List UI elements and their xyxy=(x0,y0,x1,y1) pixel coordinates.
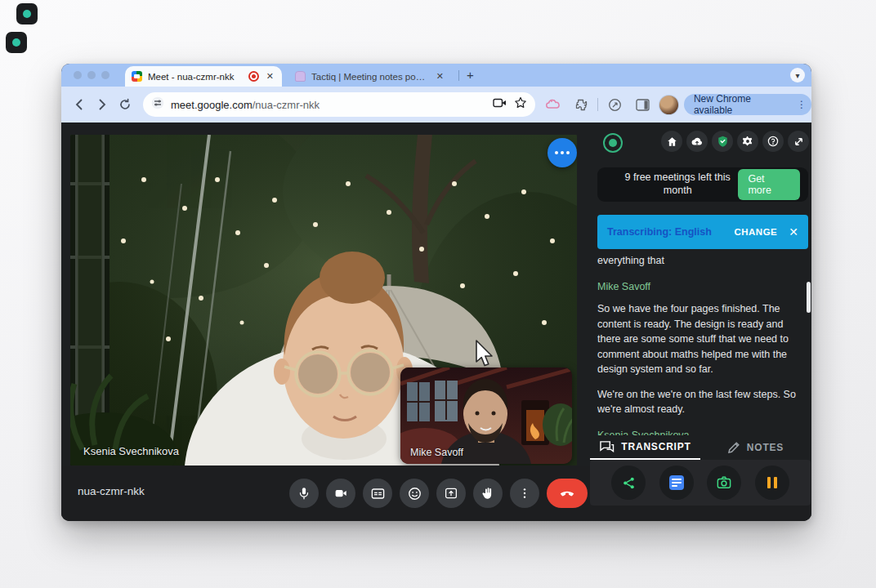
main-video-tile[interactable]: Ksenia Svechnikova xyxy=(70,135,577,466)
tab-camera-in-use-icon[interactable] xyxy=(493,97,507,112)
window-minimize-button[interactable] xyxy=(87,71,96,79)
sidebar-tabs: TRANSCRIPT NOTES xyxy=(590,435,811,460)
tactiq-sidebar: 9 free meetings left this month Get more… xyxy=(590,131,811,505)
dot-icon xyxy=(566,151,570,154)
help-button[interactable] xyxy=(762,131,784,152)
captions-button[interactable] xyxy=(363,479,392,508)
transcript-panel[interactable]: everything that Mike Savoff So we have t… xyxy=(597,253,808,435)
get-more-button[interactable]: Get more xyxy=(738,169,800,200)
settings-gear-button[interactable] xyxy=(737,131,758,152)
tab-tactiq[interactable]: Tactiq | Meeting notes power ✕ xyxy=(288,66,452,87)
tactiq-logo-icon xyxy=(603,133,623,153)
toolbar-separator xyxy=(597,98,598,111)
present-screen-button[interactable] xyxy=(436,479,466,508)
tab-strip: Meet - nua-czmr-nkk ✕ Tactiq | Meeting n… xyxy=(61,64,811,87)
chrome-update-button[interactable]: New Chrome available ⋮ xyxy=(684,94,811,115)
pencil-icon xyxy=(727,441,740,454)
reactions-button[interactable] xyxy=(400,479,429,508)
chat-icon xyxy=(599,440,615,453)
meet-page: Ksenia Svechnikova xyxy=(61,122,811,521)
extensions-puzzle-icon[interactable] xyxy=(570,93,592,116)
more-options-button[interactable] xyxy=(510,479,539,508)
transcript-text: We're on the we're on the last few steps… xyxy=(597,387,808,417)
tab-close-icon[interactable]: ✕ xyxy=(265,71,275,82)
transcript-text: everything that xyxy=(597,253,808,269)
pause-transcription-button[interactable] xyxy=(755,466,789,500)
tab-separator xyxy=(458,70,459,81)
quota-text: 9 free meetings left this month xyxy=(617,172,738,197)
quota-card: 9 free meetings left this month Get more xyxy=(597,167,808,202)
tab-meet[interactable]: Meet - nua-czmr-nkk ✕ xyxy=(125,66,282,87)
dot-icon xyxy=(555,151,558,154)
journeys-icon[interactable] xyxy=(603,93,626,116)
recorder-dot-icon xyxy=(23,10,31,18)
transcript-speaker: Mike Savoff xyxy=(597,279,808,295)
tab-title: Meet - nua-czmr-nkk xyxy=(148,72,243,82)
tactiq-header-actions xyxy=(661,131,809,152)
tab-search-chevron-icon[interactable]: ▾ xyxy=(790,68,805,82)
pip-video-tile[interactable]: Mike Savoff xyxy=(400,368,572,464)
tactiq-header xyxy=(590,131,811,155)
chat-notification-bubble[interactable] xyxy=(548,138,577,167)
site-settings-icon[interactable] xyxy=(151,96,164,113)
browser-menu-icon[interactable]: ⋮ xyxy=(797,100,807,109)
transcript-scrollbar[interactable] xyxy=(807,282,811,313)
tab-notes[interactable]: NOTES xyxy=(700,435,811,460)
url-bar[interactable]: meet.google.com/nua-czmr-nkk xyxy=(143,92,535,117)
dot-icon xyxy=(561,151,564,154)
share-button[interactable] xyxy=(611,466,646,500)
browser-toolbar: meet.google.com/nua-czmr-nkk xyxy=(61,87,811,122)
screenshot-button[interactable] xyxy=(707,466,741,500)
recording-indicator-icon xyxy=(248,71,259,82)
reload-button[interactable] xyxy=(114,93,136,116)
transcript-text: So we have the four pages finished. The … xyxy=(597,301,808,377)
raise-hand-button[interactable] xyxy=(473,479,503,508)
sidebar-action-bar xyxy=(590,460,811,506)
window-zoom-button[interactable] xyxy=(101,71,110,79)
camera-button[interactable] xyxy=(326,479,355,508)
transcribing-status-label: Transcribing: English xyxy=(607,226,712,238)
forward-button[interactable] xyxy=(91,93,114,116)
transcribing-banner: Transcribing: English CHANGE ✕ xyxy=(597,215,808,249)
change-language-button[interactable]: CHANGE xyxy=(734,227,777,237)
toolbar-actions: New Chrome available ⋮ xyxy=(542,87,811,122)
pink-extension-icon[interactable] xyxy=(542,93,565,116)
export-to-docs-button[interactable] xyxy=(659,466,694,500)
tab-title: Tactiq | Meeting notes power xyxy=(311,72,429,82)
new-tab-button[interactable]: + xyxy=(467,68,474,82)
tab-close-icon[interactable]: ✕ xyxy=(435,71,445,82)
share-icon xyxy=(622,476,636,490)
recorder-chip-secondary[interactable] xyxy=(6,32,27,53)
popout-button[interactable] xyxy=(788,131,809,152)
window-close-button[interactable] xyxy=(74,71,82,79)
upload-cloud-button[interactable] xyxy=(686,131,708,152)
tactiq-favicon-icon xyxy=(295,71,306,82)
meet-favicon-icon xyxy=(132,71,142,82)
home-button[interactable] xyxy=(661,131,682,152)
privacy-shield-button[interactable] xyxy=(712,131,733,152)
google-docs-icon xyxy=(669,475,684,490)
bookmark-star-icon[interactable] xyxy=(514,96,527,113)
banner-close-icon[interactable]: ✕ xyxy=(789,225,798,238)
recorder-dot-icon xyxy=(12,38,20,47)
pause-icon xyxy=(767,477,777,488)
browser-window: Meet - nua-czmr-nkk ✕ Tactiq | Meeting n… xyxy=(61,64,811,521)
transcript-speaker: Ksenia Svechnikova xyxy=(597,428,808,436)
participant-name-label: Ksenia Svechnikova xyxy=(83,445,179,457)
mouse-cursor xyxy=(474,339,495,370)
recorder-chip[interactable] xyxy=(16,3,38,24)
meeting-code-label: nua-czmr-nkk xyxy=(78,485,145,497)
back-button[interactable] xyxy=(68,93,91,116)
pip-name-label: Mike Savoff xyxy=(410,447,463,458)
profile-avatar[interactable] xyxy=(659,95,679,115)
end-call-button[interactable] xyxy=(547,479,588,508)
chrome-update-label: New Chrome available xyxy=(694,93,792,116)
camera-icon xyxy=(717,476,731,489)
tab-transcript-label: TRANSCRIPT xyxy=(621,441,691,452)
url-text[interactable]: meet.google.com/nua-czmr-nkk xyxy=(171,99,486,111)
side-panel-icon[interactable] xyxy=(631,93,654,116)
tab-transcript[interactable]: TRANSCRIPT xyxy=(590,435,700,460)
microphone-button[interactable] xyxy=(289,479,319,508)
call-controls xyxy=(289,479,588,508)
tab-notes-label: NOTES xyxy=(747,442,784,453)
